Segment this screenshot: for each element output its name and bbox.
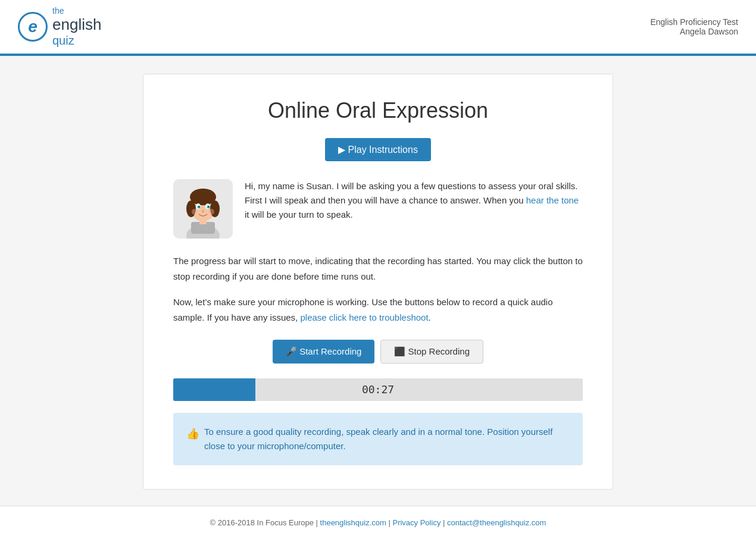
header-user-info: English Proficiency Test Angela Dawson	[650, 17, 738, 36]
logo-quiz: quiz	[52, 34, 101, 48]
avatar-section: Hi, my name is Susan. I will be asking y…	[173, 179, 583, 239]
progress-timer: 00:27	[173, 378, 583, 401]
logo-circle: e	[18, 12, 48, 42]
progress-bar-container: 00:27	[173, 378, 583, 401]
recording-controls: 🎤 Start Recording ⬛ Stop Recording	[173, 340, 583, 363]
paragraph-1: The progress bar will start to move, ind…	[173, 253, 583, 284]
logo: e the english quiz	[18, 6, 101, 48]
avatar-svg	[173, 179, 233, 239]
svg-point-12	[199, 206, 200, 208]
avatar-speech: Hi, my name is Susan. I will be asking y…	[245, 179, 583, 222]
tip-text: To ensure a good quality recording, spea…	[204, 425, 570, 453]
logo-english: english	[52, 15, 101, 34]
footer-contact-link[interactable]: contact@theenglishquiz.com	[447, 518, 546, 527]
tip-box: 👍 To ensure a good quality recording, sp…	[173, 413, 583, 465]
footer-copyright: © 2016-2018 In Focus Europe |	[210, 518, 320, 527]
page-title: Online Oral Expression	[173, 98, 583, 123]
paragraph-2-after: .	[429, 312, 431, 322]
stop-recording-button[interactable]: ⬛ Stop Recording	[380, 340, 483, 363]
footer-privacy-link[interactable]: Privacy Policy	[392, 518, 441, 527]
logo-text-block: the english quiz	[52, 6, 101, 48]
header: e the english quiz English Proficiency T…	[0, 0, 756, 56]
svg-point-13	[208, 206, 210, 208]
svg-point-15	[192, 209, 198, 215]
footer: © 2016-2018 In Focus Europe | theenglish…	[0, 506, 756, 539]
footer-sep1: |	[386, 518, 393, 527]
avatar-image	[173, 179, 233, 239]
user-name: Angela Dawson	[650, 27, 738, 36]
logo-e-letter: e	[28, 17, 38, 36]
footer-sep2: |	[441, 518, 447, 527]
main-content: Online Oral Expression ▶ Play Instructio…	[0, 56, 756, 507]
footer-website-link[interactable]: theenglishquiz.com	[320, 518, 386, 527]
svg-point-14	[202, 210, 204, 213]
logo-the: the	[52, 6, 101, 15]
content-card: Online Oral Expression ▶ Play Instructio…	[143, 74, 613, 490]
start-recording-button[interactable]: 🎤 Start Recording	[273, 340, 374, 363]
troubleshoot-link[interactable]: please click here to troubleshoot	[300, 312, 428, 322]
test-name: English Proficiency Test	[650, 17, 738, 27]
svg-point-16	[208, 209, 214, 215]
paragraph-2: Now, let’s make sure your microphone is …	[173, 294, 583, 325]
tip-icon: 👍	[186, 425, 199, 443]
play-instructions-button[interactable]: ▶ Play Instructions	[325, 138, 431, 161]
avatar-text-2: it will be your turn to speak.	[245, 209, 353, 220]
hear-tone-link[interactable]: hear the tone	[526, 195, 579, 205]
